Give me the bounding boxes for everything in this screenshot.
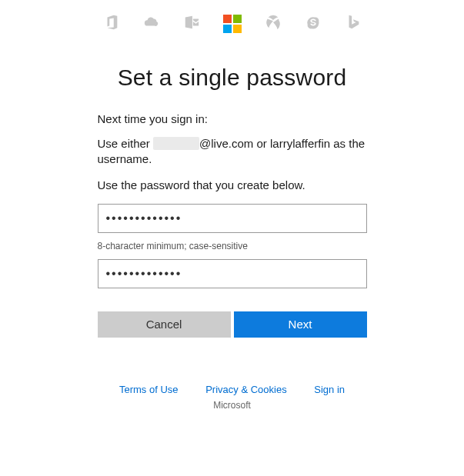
skype-icon	[305, 14, 322, 34]
signin-link[interactable]: Sign in	[314, 384, 345, 395]
terms-link[interactable]: Terms of Use	[119, 384, 179, 395]
confirm-password-input[interactable]	[98, 259, 367, 288]
username-instruction: Use either xxxxxxxx@live.com or larrylaf…	[98, 136, 367, 168]
footer: Terms of Use Privacy & Cookies Sign in M…	[0, 384, 464, 411]
password-setup-page: Set a single password Next time you sign…	[0, 0, 464, 411]
page-title: Set a single password	[98, 65, 367, 91]
text: or	[253, 137, 270, 150]
password-input[interactable]	[98, 204, 367, 233]
footer-links: Terms of Use Privacy & Cookies Sign in	[0, 384, 464, 395]
redacted-email-local: xxxxxxxx	[153, 137, 199, 150]
intro-line: Next time you sign in:	[98, 112, 367, 125]
form-container: Set a single password Next time you sign…	[94, 65, 371, 338]
text: Use either	[98, 137, 154, 150]
cancel-button[interactable]: Cancel	[98, 311, 231, 338]
alt-username: larrylafferfin	[270, 137, 330, 150]
outlook-icon	[183, 14, 200, 34]
next-button[interactable]: Next	[234, 311, 367, 338]
microsoft-logo-icon	[223, 15, 242, 33]
privacy-link[interactable]: Privacy & Cookies	[205, 384, 286, 395]
xbox-icon	[265, 14, 282, 34]
office-icon	[103, 14, 120, 34]
password-instruction: Use the password that you create below.	[98, 178, 367, 191]
email-domain: @live.com	[199, 137, 253, 150]
footer-brand: Microsoft	[0, 400, 464, 411]
onedrive-icon	[143, 14, 160, 34]
service-icon-strip	[0, 0, 464, 34]
password-hint: 8-character minimum; case-sensitive	[98, 241, 367, 251]
button-row: Cancel Next	[98, 311, 367, 338]
bing-icon	[345, 14, 362, 34]
